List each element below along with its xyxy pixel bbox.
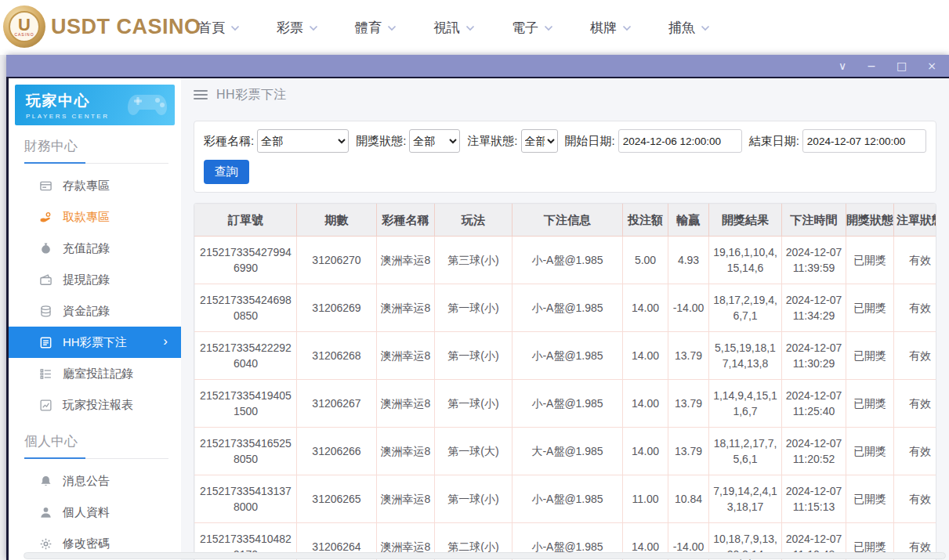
bets-table: 訂單號期數彩種名稱玩法下注信息投注額輸贏開獎結果下注時間開獎狀態注單狀態 215… (194, 204, 936, 560)
table-cell: 13.79 (668, 380, 709, 428)
table-cell: 4.93 (668, 237, 709, 284)
table-cell: 14.00 (623, 428, 668, 475)
table-cell: 2024-12-07 11:34:29 (782, 284, 846, 332)
table-row: 215217335422292604031206268澳洲幸运8第一球(小)小-… (195, 332, 937, 380)
table-cell: 小-A盤@1.985 (513, 332, 623, 380)
table-cell: 2024-12-07 11:20:52 (782, 428, 846, 475)
chevron-down-icon (309, 25, 318, 31)
table-cell: 13.79 (668, 332, 709, 380)
table-cell: 31206265 (297, 475, 377, 523)
nav-item[interactable]: 捕魚 (668, 19, 710, 37)
end-date-input[interactable] (802, 129, 926, 153)
profile-icon (38, 505, 53, 519)
sidebar-item-recharge-records[interactable]: 充值記錄 (9, 233, 181, 264)
sidebar-item-funds-records[interactable]: 資金記錄 (9, 295, 181, 327)
table-cell: 小-A盤@1.985 (513, 237, 623, 284)
table-cell: 31206269 (297, 284, 377, 332)
sidebar-item-label: 玩家投注報表 (63, 398, 133, 413)
brand-logo[interactable]: U CASINO USDT CASINO (3, 5, 201, 48)
sidebar-item-profile[interactable]: 個人資料 (9, 497, 181, 528)
table-cell: 有效 (894, 284, 937, 332)
start-date-input[interactable] (618, 129, 742, 153)
window-minimize-button[interactable]: − (867, 60, 876, 71)
nav-item[interactable]: 視訊 (433, 19, 475, 37)
sidebar-item-announcements[interactable]: 消息公告 (9, 465, 181, 497)
nav-item[interactable]: 體育 (355, 19, 397, 37)
nav-item-label: 首頁 (198, 19, 225, 37)
sidebar-item-label: 廳室投註記錄 (63, 367, 133, 381)
sidebar-item-player-bet-report[interactable]: 玩家投注報表 (9, 389, 181, 421)
column-header: 開獎結果 (709, 204, 782, 237)
chevron-down-icon (701, 25, 710, 31)
table-row: 215217335416525805031206266澳洲幸运8第一球(大)大-… (195, 428, 937, 475)
nav-item-label: 捕魚 (668, 19, 695, 37)
chevron-down-icon (387, 25, 397, 31)
order-status-select[interactable]: 全部 (521, 129, 558, 153)
table-cell: 澳洲幸运8 (377, 380, 435, 428)
nav-item[interactable]: 電子 (512, 19, 553, 37)
window-collapse-button[interactable]: ∨ (839, 60, 846, 71)
sidebar-section: 財務中心存款專區取款專區充值記錄提現記錄資金記錄HH彩票下注›廳室投註記錄玩家投… (9, 135, 181, 421)
table-cell: 已開獎 (846, 428, 894, 475)
sidebar-section-title: 個人中心 (24, 431, 168, 457)
chevron-down-icon (465, 25, 475, 31)
table-row: 215217335419405150031206267澳洲幸运8第一球(小)小-… (195, 380, 937, 428)
table-cell: 1,14,9,4,15,11,6,7 (709, 380, 782, 428)
hall-bet-records-icon (38, 367, 53, 381)
table-cell: 31206267 (297, 380, 377, 428)
sidebar-header: 玩家中心 PLAYERS CENTER (15, 85, 175, 125)
hamburger-menu-icon[interactable] (194, 90, 208, 99)
lottery-name-label: 彩種名稱: (204, 134, 254, 149)
table-cell: 2024-12-07 11:15:13 (782, 475, 846, 523)
sidebar-item-label: 取款專區 (63, 210, 110, 225)
table-cell: 澳洲幸运8 (377, 284, 435, 332)
screen: U CASINO USDT CASINO 首頁彩票體育視訊電子棋牌捕魚 ∨ − … (0, 0, 949, 560)
sidebar-item-withdrawal-records[interactable]: 提現記錄 (9, 264, 181, 295)
sidebar-item-hall-bet-records[interactable]: 廳室投註記錄 (9, 358, 181, 389)
sidebar-item-deposit[interactable]: 存款專區 (9, 170, 181, 201)
table-cell: 有效 (894, 237, 937, 284)
table-cell: 2152173354246980850 (195, 284, 297, 332)
table-cell: 7,19,14,2,4,13,18,17 (709, 475, 782, 523)
horizontal-scrollbar[interactable] (24, 552, 946, 559)
table-cell: 2152173354222926040 (195, 332, 297, 380)
query-button[interactable]: 查詢 (204, 160, 249, 184)
window-close-button[interactable]: × (927, 60, 936, 71)
bets-table-body: 215217335427994699031206270澳洲幸运8第三球(小)小-… (195, 237, 937, 560)
sidebar-section: 個人中心消息公告個人資料修改密碼 (9, 431, 181, 559)
table-cell: 第一球(小) (435, 475, 513, 523)
table-cell: 大-A盤@1.985 (513, 428, 623, 475)
sidebar-item-label: 消息公告 (63, 474, 110, 489)
nav-item[interactable]: 首頁 (198, 19, 240, 37)
table-cell: -14.00 (668, 284, 709, 332)
column-header: 投注額 (623, 204, 668, 237)
draw-status-select[interactable]: 全部 (409, 129, 460, 153)
nav-item[interactable]: 棋牌 (590, 19, 632, 37)
sidebar-sections: 財務中心存款專區取款專區充值記錄提現記錄資金記錄HH彩票下注›廳室投註記錄玩家投… (9, 135, 181, 560)
lottery-name-select[interactable]: 全部 (257, 129, 349, 153)
nav-item-label: 彩票 (277, 19, 303, 37)
coin-caption: CASINO (14, 32, 34, 37)
table-cell: 有效 (894, 475, 937, 523)
start-date-label: 開始日期: (565, 134, 615, 149)
table-cell: 澳洲幸运8 (377, 428, 435, 475)
nav-item-label: 棋牌 (590, 19, 617, 37)
window-maximize-button[interactable]: □ (896, 60, 907, 71)
table-cell: 14.00 (623, 332, 668, 380)
filter-panel: 彩種名稱: 全部 開獎狀態: 全部 注單狀態: 全部 開始日期: 結束日期: 查… (194, 121, 936, 193)
nav-item[interactable]: 彩票 (277, 19, 318, 37)
table-cell: 已開獎 (846, 380, 894, 428)
table-cell: 澳洲幸运8 (377, 475, 435, 523)
sidebar-item-hh-lottery-bets[interactable]: HH彩票下注› (9, 327, 181, 358)
funds-record-icon (38, 304, 53, 318)
sidebar-item-label: HH彩票下注 (63, 335, 127, 350)
table-header-row: 訂單號期數彩種名稱玩法下注信息投注額輸贏開獎結果下注時間開獎狀態注單狀態 (195, 204, 937, 237)
table-cell: 5.00 (623, 237, 668, 284)
table-cell: 31206270 (297, 237, 377, 284)
table-cell: 第一球(小) (435, 332, 513, 380)
sidebar-item-withdraw[interactable]: 取款專區 (9, 201, 181, 233)
window-titlebar[interactable]: ∨ − □ × (6, 55, 949, 77)
end-date-label: 結束日期: (749, 134, 799, 149)
table-cell: 11.00 (623, 475, 668, 523)
table-cell: 澳洲幸运8 (377, 237, 435, 284)
